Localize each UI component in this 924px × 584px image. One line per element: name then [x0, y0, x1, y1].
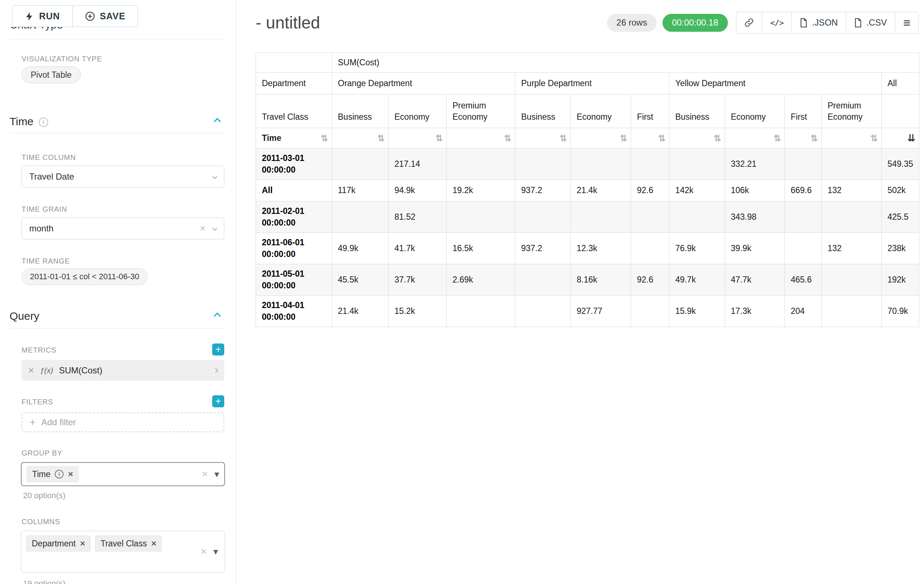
clear-icon[interactable]: ×	[201, 546, 207, 557]
value-cell	[785, 201, 822, 233]
value-cell: 21.4k	[332, 296, 389, 327]
csv-label: .CSV	[866, 18, 887, 28]
group-by-label: GROUP BY	[21, 449, 63, 457]
value-cell: 19.2k	[447, 180, 515, 201]
remove-chip-icon[interactable]: ×	[151, 539, 156, 548]
sort-icon[interactable]: ⇅	[620, 132, 627, 144]
value-cell: 47.7k	[725, 264, 785, 296]
download-json-button[interactable]: .JSON	[792, 12, 846, 34]
sort-cell: ⇅	[447, 128, 515, 148]
sort-icon[interactable]: ⇅	[436, 132, 443, 144]
chip-label: Department	[32, 539, 76, 549]
sort-cell: ⇅	[631, 128, 670, 148]
sort-icon[interactable]: ⇅	[810, 132, 818, 144]
menu-button[interactable]: ≡	[895, 12, 919, 34]
sort-cell: ⇅	[571, 128, 631, 148]
sort-icon[interactable]: ⇅	[714, 132, 721, 144]
value-cell: 142k	[670, 180, 725, 201]
info-icon[interactable]: i	[55, 470, 64, 479]
chevron-down-icon[interactable]	[212, 226, 217, 231]
remove-chip-icon[interactable]: ×	[68, 470, 73, 479]
chart-title[interactable]: - untitled	[256, 13, 320, 33]
time-range-pill[interactable]: 2011-01-01 ≤ col < 2011-06-30	[21, 268, 148, 285]
visualization-type-pill[interactable]: Pivot Table	[21, 66, 81, 83]
chevron-right-icon[interactable]	[213, 368, 218, 373]
group-by-options-hint: 20 option(s)	[23, 491, 65, 500]
sort-icon[interactable]: ⇅	[774, 132, 781, 144]
sort-icon[interactable]: ⇅	[377, 132, 384, 144]
sort-icon[interactable]: ⇅	[658, 132, 665, 144]
class-header-cell: First	[785, 95, 822, 128]
info-icon[interactable]: i	[39, 118, 48, 127]
time-column-value: Travel Date	[29, 171, 74, 182]
superset-explore: Chart Type RUN SAVE VISUALIZATION TYPE P…	[0, 0, 924, 584]
selected-chip[interactable]: Travel Class×	[95, 535, 162, 551]
value-cell: 669.6	[785, 180, 822, 201]
sort-icon[interactable]: ⇅	[870, 132, 878, 144]
chart-header: - untitled 26 rows 00:00:00.18 </> .JSON	[256, 0, 919, 45]
value-cell: 49.7k	[670, 264, 725, 296]
collapse-chevron-icon[interactable]	[214, 313, 221, 320]
value-cell	[670, 148, 725, 180]
json-label: .JSON	[812, 18, 838, 28]
value-cell: 94.9k	[389, 180, 447, 201]
value-cell: 39.9k	[725, 233, 785, 264]
code-icon: </>	[770, 18, 784, 27]
sort-icon[interactable]: ⇅	[559, 132, 567, 144]
value-cell: 41.7k	[389, 233, 447, 264]
metric-chip[interactable]: × ƒ(x) SUM(Cost)	[21, 360, 224, 381]
value-cell: 132	[822, 180, 882, 201]
remove-metric-icon[interactable]: ×	[28, 365, 34, 376]
clear-icon[interactable]: ×	[200, 224, 206, 234]
sort-icon[interactable]: ⇅	[504, 132, 511, 144]
columns-select[interactable]: Department×Travel Class× × ▾	[21, 531, 225, 572]
travel-class-header-cell: Travel Class	[256, 95, 332, 128]
chip-label: Time	[32, 469, 50, 479]
empty-header-cell	[882, 95, 919, 128]
department-header-cell: Department	[256, 72, 332, 95]
sort-icon[interactable]: ⇅	[321, 132, 328, 144]
time-column-select[interactable]: Travel Date	[21, 166, 224, 188]
metric-header-cell: SUM(Cost)	[332, 53, 919, 72]
selected-chip[interactable]: Department×	[26, 535, 91, 551]
value-cell: 15.2k	[389, 296, 447, 327]
time-header-cell: Time⇅	[256, 128, 332, 148]
value-cell: 927.77	[571, 296, 631, 327]
add-filter-label: Add filter	[41, 417, 76, 428]
add-filter-plus-button[interactable]: +	[212, 395, 224, 407]
row-label-cell: 2011-03-01 00:00:00	[256, 148, 332, 180]
add-metric-button[interactable]: +	[212, 344, 224, 355]
caret-down-icon[interactable]: ▾	[214, 469, 219, 479]
selected-chip[interactable]: Timei×	[26, 466, 79, 482]
add-filter-button[interactable]: + Add filter	[21, 413, 224, 432]
value-cell	[332, 148, 389, 180]
chevron-down-icon[interactable]	[212, 174, 217, 179]
header-row: Travel ClassBusinessEconomyPremium Econo…	[256, 95, 919, 128]
chip-label: Travel Class	[101, 539, 147, 549]
run-button[interactable]: RUN	[12, 5, 73, 27]
download-csv-button[interactable]: .CSV	[846, 12, 895, 34]
sort-icon[interactable]: ⇊	[908, 132, 916, 145]
value-cell	[447, 148, 515, 180]
sort-cell: ⇅	[725, 128, 785, 148]
embed-code-button[interactable]: </>	[762, 12, 792, 34]
value-cell	[785, 148, 822, 180]
copy-link-button[interactable]	[736, 12, 762, 34]
caret-down-icon[interactable]: ▾	[213, 547, 218, 556]
remove-chip-icon[interactable]: ×	[80, 539, 85, 548]
value-cell	[571, 201, 631, 233]
chart-panel: - untitled 26 rows 00:00:00.18 </> .JSON	[236, 0, 924, 584]
clear-icon[interactable]: ×	[202, 469, 208, 479]
value-cell: 12.3k	[571, 233, 631, 264]
value-cell: 106k	[725, 180, 785, 201]
sort-cell: ⇅	[670, 128, 725, 148]
group-by-select[interactable]: Timei× × ▾	[21, 462, 225, 486]
sort-cell: ⇅	[332, 128, 389, 148]
save-button[interactable]: SAVE	[72, 5, 138, 27]
value-cell: 37.7k	[389, 264, 447, 296]
columns-chips: Department×Travel Class×	[26, 535, 162, 551]
divider	[10, 133, 225, 133]
collapse-chevron-icon[interactable]	[214, 118, 221, 125]
time-grain-select[interactable]: month ×	[21, 217, 224, 239]
value-cell	[447, 296, 515, 327]
